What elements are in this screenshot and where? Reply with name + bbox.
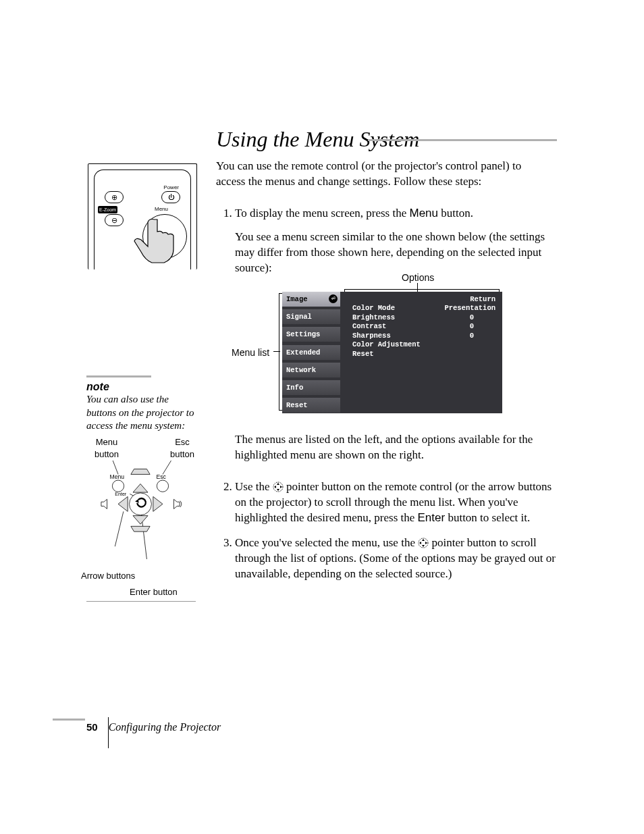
ezoom-label: E-Zoom — [98, 206, 117, 213]
step-2: Use the pointer button on the remote con… — [235, 479, 566, 526]
footer-rule — [53, 719, 85, 721]
menulist-callout-label: Menu list — [232, 346, 269, 359]
note-end-rule — [86, 601, 196, 602]
enter-button-ref: Enter — [418, 511, 446, 524]
svg-point-18 — [130, 493, 152, 515]
osd-menu-item: Info — [282, 380, 340, 395]
note-body: You can also use the buttons on the proj… — [86, 393, 200, 433]
page-footer: 50 Configuring the Projector — [86, 720, 221, 735]
enter-button-callout: Enter button — [130, 586, 178, 598]
note-heading: note — [86, 380, 109, 394]
arrow-buttons-callout: Arrow buttons — [81, 570, 135, 582]
osd-option-row: Color ModePresentation — [352, 304, 495, 313]
svg-text:Enter: Enter — [115, 492, 126, 496]
osd-option-row: Color Adjustment — [352, 340, 495, 350]
step-2-a: Use the — [235, 480, 273, 493]
esc-button-callout: Esc button — [162, 436, 203, 460]
menu-button-ref: Menu — [409, 207, 438, 219]
svg-line-10 — [113, 461, 118, 474]
svg-marker-23 — [153, 496, 163, 511]
svg-marker-6 — [422, 539, 425, 541]
osd-menu-item: Reset — [282, 398, 340, 413]
menu-button-callout: Menu button — [86, 436, 127, 460]
step-1: To display the menu screen, press the Me… — [235, 206, 566, 276]
panel-esc-label: Esc — [157, 473, 167, 480]
osd-menu-item: Settings — [282, 327, 340, 342]
power-button-icon: ⏻ — [161, 191, 180, 203]
heading-rule — [368, 139, 557, 141]
osd-menu-item: Network — [282, 363, 340, 377]
zoom-in-icon: ⊕ — [105, 191, 124, 203]
step-1-text-b: button. — [438, 207, 473, 219]
step-3-a: Once you've selected the menu, use the — [235, 536, 418, 549]
svg-marker-8 — [419, 542, 421, 544]
svg-marker-7 — [422, 545, 425, 547]
svg-marker-22 — [118, 496, 128, 511]
panel-menu-label: Menu — [109, 473, 124, 480]
hand-icon — [129, 217, 183, 268]
step-1-sub: You see a menu screen similar to the one… — [235, 230, 566, 276]
control-panel-svg: Menu Esc Enter — [81, 461, 200, 559]
svg-point-14 — [112, 480, 124, 492]
osd-menu-screenshot: ImageSignalSettingsExtendedNetworkInfoRe… — [282, 292, 502, 413]
svg-point-15 — [157, 480, 168, 492]
page-number: 50 — [86, 721, 98, 733]
note-rule — [86, 375, 151, 377]
pointer-icon — [273, 481, 284, 492]
osd-option-row: Brightness0 — [352, 313, 495, 323]
svg-marker-2 — [277, 489, 279, 491]
remote-illustration: Power ⏻ ⊕ E-Zoom ⊖ Menu — [88, 163, 197, 269]
pointer-icon — [418, 538, 429, 548]
svg-line-12 — [115, 511, 124, 546]
svg-marker-20 — [133, 484, 148, 493]
osd-option-row: Sharpness0 — [352, 332, 495, 341]
osd-return: Return — [352, 294, 495, 304]
step-2-c: button to select it. — [445, 511, 530, 524]
footer-chapter-title: Configuring the Projector — [109, 721, 221, 733]
svg-marker-3 — [274, 486, 276, 488]
osd-option-row: Reset — [352, 350, 495, 359]
after-figure-paragraph: The menus are listed on the left, and th… — [235, 432, 544, 463]
menu-label: Menu — [155, 206, 168, 213]
osd-menu-item: Signal — [282, 309, 340, 324]
zoom-out-icon: ⊖ — [105, 214, 124, 226]
osd-option-row: Contrast0 — [352, 322, 495, 332]
svg-marker-4 — [280, 486, 282, 488]
svg-marker-1 — [277, 483, 279, 485]
step-1-text-a: To display the menu screen, press the — [235, 207, 409, 219]
options-callout-label: Options — [402, 271, 434, 284]
intro-paragraph: You can use the remote control (or the p… — [216, 159, 540, 190]
svg-line-11 — [163, 461, 171, 474]
footer-margin-line — [108, 717, 109, 748]
osd-menu-item: Image — [282, 292, 340, 307]
step-3: Once you've selected the menu, use the p… — [235, 536, 566, 582]
svg-marker-9 — [425, 542, 427, 544]
svg-marker-21 — [133, 516, 148, 525]
osd-menu-item: Extended — [282, 345, 340, 360]
